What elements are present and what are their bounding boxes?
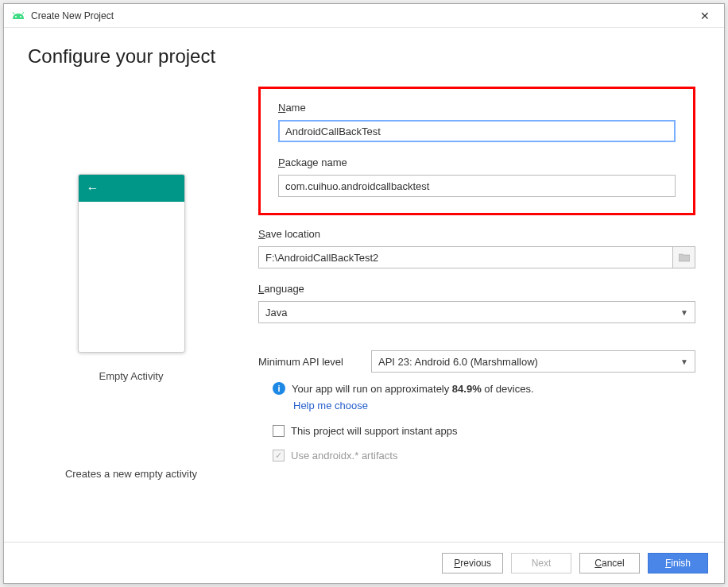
button-bar: Previous Next Cancel Finish bbox=[4, 542, 724, 583]
language-field: Language Java ▼ bbox=[258, 283, 695, 323]
svg-line-2 bbox=[13, 12, 14, 14]
save-label: Save location bbox=[258, 228, 695, 240]
template-description: Creates a new empty activity bbox=[65, 468, 197, 480]
name-input[interactable] bbox=[278, 120, 676, 142]
close-icon[interactable]: ✕ bbox=[694, 10, 716, 22]
language-value: Java bbox=[265, 307, 287, 319]
folder-icon bbox=[679, 253, 690, 262]
androidx-label: Use androidx.* artifacts bbox=[291, 450, 397, 461]
chevron-down-icon: ▼ bbox=[680, 308, 688, 317]
instant-apps-row: This project will support instant apps bbox=[273, 425, 695, 437]
api-dropdown[interactable]: API 23: Android 6.0 (Marshmallow) ▼ bbox=[371, 350, 695, 373]
svg-point-0 bbox=[15, 16, 17, 17]
info-icon: i bbox=[273, 382, 285, 395]
finish-button[interactable]: Finish bbox=[648, 553, 708, 573]
androidx-checkbox: ✓ bbox=[273, 450, 285, 461]
name-label: Name bbox=[278, 102, 676, 114]
window-title: Create New Project bbox=[31, 10, 694, 21]
next-button: Next bbox=[511, 553, 571, 573]
instant-apps-label: This project will support instant apps bbox=[291, 425, 458, 437]
titlebar: Create New Project ✕ bbox=[4, 4, 724, 28]
api-label: Minimum API level bbox=[258, 356, 362, 368]
package-label: Package name bbox=[278, 156, 676, 168]
template-name: Empty Activity bbox=[99, 370, 164, 382]
chevron-down-icon: ▼ bbox=[680, 357, 688, 366]
api-value: API 23: Android 6.0 (Marshmallow) bbox=[378, 356, 538, 368]
highlight-box: Name Package name bbox=[258, 87, 695, 215]
info-text: Your app will run on approximately 84.9%… bbox=[292, 383, 534, 395]
svg-point-1 bbox=[20, 16, 21, 17]
form-column: Name Package name Save location bbox=[258, 87, 700, 534]
api-field: Minimum API level API 23: Android 6.0 (M… bbox=[258, 350, 695, 373]
previous-button[interactable]: Previous bbox=[442, 553, 503, 573]
instant-apps-checkbox[interactable] bbox=[273, 425, 285, 437]
main-area: ← Empty Activity Creates a new empty act… bbox=[28, 87, 700, 534]
package-input[interactable] bbox=[278, 175, 676, 197]
language-dropdown[interactable]: Java ▼ bbox=[258, 301, 695, 323]
save-field: Save location bbox=[258, 228, 695, 268]
preview-appbar: ← bbox=[79, 175, 184, 202]
package-field: Package name bbox=[278, 156, 676, 197]
page-title: Configure your project bbox=[28, 45, 700, 68]
browse-folder-button[interactable] bbox=[673, 246, 695, 268]
androidx-row: ✓ Use androidx.* artifacts bbox=[273, 450, 695, 461]
activity-preview: ← bbox=[78, 174, 185, 353]
preview-column: ← Empty Activity Creates a new empty act… bbox=[28, 87, 234, 534]
svg-line-3 bbox=[22, 12, 24, 14]
save-input[interactable] bbox=[258, 246, 673, 268]
cancel-button[interactable]: Cancel bbox=[579, 553, 640, 573]
language-label: Language bbox=[258, 283, 695, 295]
dialog-window: Create New Project ✕ Configure your proj… bbox=[3, 3, 725, 584]
name-field: Name bbox=[278, 102, 676, 142]
device-coverage-info: i Your app will run on approximately 84.… bbox=[273, 382, 695, 395]
content-area: Configure your project ← Empty Activity … bbox=[4, 28, 724, 542]
android-icon bbox=[12, 10, 25, 22]
help-me-choose-link[interactable]: Help me choose bbox=[293, 400, 368, 411]
back-arrow-icon: ← bbox=[87, 181, 99, 195]
